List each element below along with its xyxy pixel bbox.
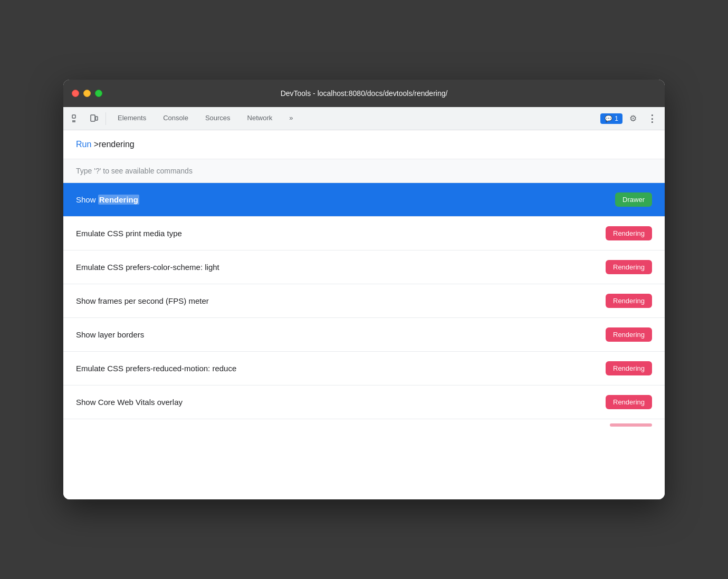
title-bar: DevTools - localhost:8080/docs/devtools/… <box>63 80 665 107</box>
command-label-emulate-prefers-color: Emulate CSS prefers-color-scheme: light <box>76 263 219 272</box>
badge-rendering-4[interactable]: Rendering <box>606 361 652 375</box>
notification-badge[interactable]: 💬 1 <box>600 113 622 124</box>
run-command: >rendering <box>94 140 135 149</box>
command-item-emulate-print[interactable]: Emulate CSS print media type Rendering <box>63 217 665 250</box>
tab-network[interactable]: Network <box>239 107 281 130</box>
command-label-emulate-reduced-motion: Emulate CSS prefers-reduced-motion: redu… <box>76 364 236 373</box>
badge-rendering-1[interactable]: Rendering <box>606 260 652 274</box>
settings-button[interactable]: ⚙ <box>625 110 641 127</box>
svg-rect-3 <box>91 115 95 121</box>
command-label-show-fps: Show frames per second (FPS) meter <box>76 296 209 305</box>
svg-rect-0 <box>72 115 75 118</box>
tab-elements[interactable]: Elements <box>109 107 155 130</box>
command-item-emulate-reduced-motion[interactable]: Emulate CSS prefers-reduced-motion: redu… <box>63 352 665 385</box>
device-toolbar-button[interactable] <box>85 110 102 127</box>
minimize-button[interactable] <box>83 90 91 97</box>
command-item-show-fps[interactable]: Show frames per second (FPS) meter Rende… <box>63 284 665 318</box>
traffic-lights <box>72 90 102 97</box>
settings-icon: ⚙ <box>629 113 637 123</box>
toolbar-tabs: Elements Console Sources Network » <box>109 107 599 130</box>
command-label-emulate-print: Emulate CSS print media type <box>76 229 182 238</box>
notification-count: 1 <box>615 115 618 122</box>
search-hint[interactable]: Type '?' to see available commands <box>63 159 665 183</box>
run-header: Run >rendering <box>63 130 665 159</box>
inspect-element-button[interactable] <box>68 110 84 127</box>
command-item-show-layer-borders[interactable]: Show layer borders Rendering <box>63 318 665 352</box>
close-button[interactable] <box>72 90 79 97</box>
badge-rendering-3[interactable]: Rendering <box>606 327 652 342</box>
toolbar-divider <box>106 112 106 125</box>
badge-rendering-5[interactable]: Rendering <box>606 395 652 409</box>
command-item-show-rendering[interactable]: Show Rendering Drawer <box>63 183 665 217</box>
badge-rendering-2[interactable]: Rendering <box>606 294 652 308</box>
tab-sources[interactable]: Sources <box>197 107 239 130</box>
devtools-window: DevTools - localhost:8080/docs/devtools/… <box>63 80 665 499</box>
notification-icon: 💬 <box>605 115 612 122</box>
badge-rendering-0[interactable]: Rendering <box>606 226 652 240</box>
toolbar-right: 💬 1 ⚙ ⋮ <box>600 110 660 127</box>
tab-more[interactable]: » <box>281 107 301 130</box>
scroll-indicator <box>610 423 652 427</box>
devtools-toolbar: Elements Console Sources Network » 💬 1 ⚙… <box>63 107 665 130</box>
command-label-show-core-web-vitals: Show Core Web Vitals overlay <box>76 398 183 407</box>
tab-console[interactable]: Console <box>155 107 197 130</box>
badge-drawer[interactable]: Drawer <box>615 192 652 207</box>
command-label-show-rendering: Show Rendering <box>76 195 139 204</box>
svg-rect-4 <box>95 117 98 120</box>
more-options-button[interactable]: ⋮ <box>644 110 660 127</box>
more-icon: ⋮ <box>647 113 657 124</box>
maximize-button[interactable] <box>95 90 102 97</box>
command-item-emulate-prefers-color[interactable]: Emulate CSS prefers-color-scheme: light … <box>63 250 665 284</box>
main-content: Run >rendering Type '?' to see available… <box>63 130 665 499</box>
command-item-show-core-web-vitals[interactable]: Show Core Web Vitals overlay Rendering <box>63 385 665 419</box>
run-label: Run <box>76 140 91 149</box>
window-title: DevTools - localhost:8080/docs/devtools/… <box>281 89 448 98</box>
command-list: Show Rendering Drawer Emulate CSS print … <box>63 183 665 419</box>
command-label-show-layer-borders: Show layer borders <box>76 330 144 339</box>
